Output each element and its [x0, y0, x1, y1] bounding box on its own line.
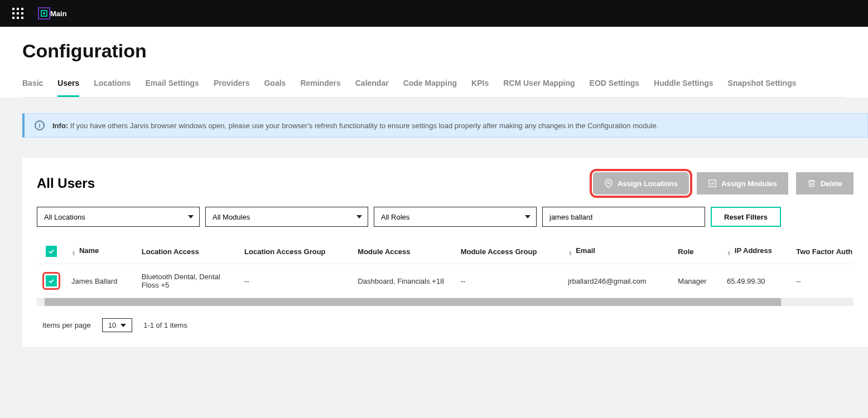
chevron-down-icon: [525, 215, 531, 218]
delete-button[interactable]: Delete: [796, 172, 853, 195]
tab-providers[interactable]: Providers: [214, 73, 250, 97]
pagination-range: 1-1 of 1 items: [143, 321, 187, 329]
trash-icon: [807, 179, 816, 188]
tab-calendar[interactable]: Calendar: [355, 73, 389, 97]
items-per-page-value: 10: [108, 321, 116, 329]
delete-label: Delete: [821, 179, 842, 188]
chevron-down-icon: [356, 215, 362, 218]
page-title: Configuration: [22, 40, 846, 62]
card-title: All Users: [37, 176, 95, 191]
check-icon: [47, 277, 55, 285]
svg-rect-1: [709, 180, 716, 187]
cell-module-access-group: --: [461, 277, 466, 285]
assign-locations-label: Assign Locations: [618, 179, 678, 188]
cell-ip: 65.49.99.30: [727, 277, 765, 285]
col-location-access: Location Access: [142, 247, 199, 256]
svg-point-0: [607, 182, 610, 184]
cell-two-factor: --: [796, 277, 801, 285]
col-location-access-group: Location Access Group: [244, 247, 325, 256]
search-input[interactable]: [542, 207, 705, 227]
filter-locations-select[interactable]: All Locations: [37, 207, 200, 227]
col-ip[interactable]: IP Address: [735, 246, 772, 255]
tab-kpis[interactable]: KPIs: [471, 73, 489, 97]
filter-modules-select[interactable]: All Modules: [205, 207, 368, 227]
cell-role: Manager: [678, 277, 706, 285]
cell-email: jrballard246@gmail.com: [568, 277, 646, 285]
app-logo-icon: [38, 7, 50, 20]
tab-reminders[interactable]: Reminders: [300, 73, 340, 97]
tab-snapshot-settings[interactable]: Snapshot Settings: [728, 73, 797, 97]
assign-locations-button[interactable]: Assign Locations: [593, 172, 689, 195]
tab-email-settings[interactable]: Email Settings: [145, 73, 199, 97]
info-text: If you have others Jarvis browser window…: [70, 121, 659, 130]
breadcrumb-main[interactable]: Main: [50, 9, 67, 18]
tab-code-mapping[interactable]: Code Mapping: [403, 73, 457, 97]
col-two-factor: Two Factor Auth: [796, 247, 852, 256]
col-role: Role: [678, 247, 693, 256]
table-row[interactable]: James Ballard Bluetooth Dental, Dental F…: [37, 264, 853, 298]
tab-basic[interactable]: Basic: [22, 73, 43, 97]
horizontal-scrollbar[interactable]: [37, 298, 853, 306]
assign-modules-button[interactable]: Assign Modules: [697, 172, 788, 195]
cell-name: James Ballard: [71, 277, 117, 285]
filter-modules-label: All Modules: [213, 213, 250, 221]
tab-huddle-settings[interactable]: Huddle Settings: [654, 73, 713, 97]
col-name[interactable]: Name: [79, 246, 99, 255]
row-checkbox[interactable]: [46, 275, 57, 286]
reset-filters-button[interactable]: Reset Filters: [711, 207, 781, 227]
filter-roles-label: All Roles: [381, 213, 409, 221]
pin-icon: [604, 178, 613, 188]
col-email[interactable]: Email: [576, 246, 595, 255]
tab-locations[interactable]: Locations: [94, 73, 131, 97]
col-module-access: Module Access: [358, 247, 410, 256]
filter-locations-label: All Locations: [44, 213, 85, 221]
assign-modules-label: Assign Modules: [721, 179, 777, 188]
select-all-checkbox[interactable]: [46, 246, 57, 257]
info-banner: i Info: If you have others Jarvis browse…: [22, 113, 868, 138]
cell-module-access: Dashboard, Financials +18: [358, 277, 444, 285]
check-square-icon: [708, 179, 717, 188]
sort-icon[interactable]: ▲▼: [568, 251, 572, 256]
filter-roles-select[interactable]: All Roles: [374, 207, 537, 227]
check-icon: [47, 247, 55, 255]
items-per-page-select[interactable]: 10: [102, 318, 132, 332]
tab-goals[interactable]: Goals: [264, 73, 286, 97]
cell-location-access: Bluetooth Dental, Dental Floss +5: [142, 273, 220, 289]
info-icon: i: [35, 120, 45, 130]
sort-icon[interactable]: ▲▼: [727, 251, 731, 256]
col-module-access-group: Module Access Group: [461, 247, 537, 256]
tab-rcm-user-mapping[interactable]: RCM User Mapping: [503, 73, 575, 97]
chevron-down-icon: [120, 324, 126, 327]
tab-users[interactable]: Users: [57, 73, 79, 97]
chevron-down-icon: [188, 215, 194, 218]
items-per-page-label: Items per page: [42, 321, 91, 329]
cell-location-access-group: --: [244, 277, 249, 285]
apps-menu-icon[interactable]: [12, 8, 23, 19]
info-label: Info:: [52, 121, 68, 130]
tab-eod-settings[interactable]: EOD Settings: [590, 73, 639, 97]
sort-icon[interactable]: ▲▼: [71, 251, 76, 256]
